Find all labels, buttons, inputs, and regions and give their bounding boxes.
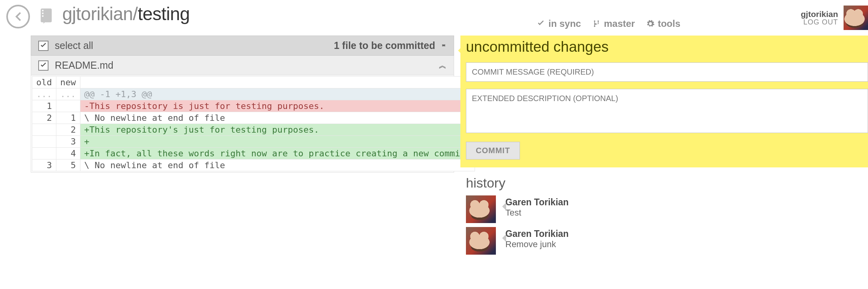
commit-summary: 1 file to be committed xyxy=(334,40,435,51)
diff-code: + xyxy=(80,136,475,148)
tab-sync[interactable]: in sync xyxy=(536,18,581,29)
tab-branch-label: master xyxy=(604,18,635,29)
commit-button[interactable]: COMMIT xyxy=(466,142,520,160)
diff-old-lineno xyxy=(32,136,56,148)
uncommitted-changes-panel: uncommitted changes COMMIT xyxy=(460,36,868,167)
commit-message-input[interactable] xyxy=(466,62,868,82)
diff-code: \ No newline at end of file xyxy=(80,112,475,124)
file-bar: README.md ︽ xyxy=(31,56,454,75)
path-separator: / xyxy=(133,4,138,24)
diff-line: 2+This repository's just for testing pur… xyxy=(32,124,475,136)
file-name: README.md xyxy=(55,60,114,71)
diff-old-lineno: 1 xyxy=(32,100,56,112)
select-all-label: select all xyxy=(55,40,93,51)
diff-header-new: new xyxy=(56,77,80,88)
history-author: Garen Torikian xyxy=(505,229,569,239)
file-checkbox[interactable] xyxy=(38,60,48,71)
repo-owner: gjtorikian xyxy=(62,4,133,24)
tab-tools[interactable]: tools xyxy=(646,18,680,29)
diff-line: 4+In fact, all these words right now are… xyxy=(32,148,475,160)
repo-path: gjtorikian/testing xyxy=(62,3,190,24)
chevron-up-icon: ⌃ xyxy=(441,46,447,49)
check-icon xyxy=(536,19,545,28)
diff-line: ......@@ -1 +1,3 @@ xyxy=(32,88,475,100)
collapse-file-toggle[interactable]: ︽ xyxy=(439,64,447,67)
diff-old-lineno xyxy=(32,148,56,160)
tab-sync-label: in sync xyxy=(548,18,581,29)
repo-name: testing xyxy=(138,4,190,24)
tab-tools-label: tools xyxy=(658,18,680,29)
commit-description-input[interactable] xyxy=(466,89,868,133)
history-item[interactable]: Garen TorikianRemove junk xyxy=(466,227,868,255)
diff-code: \ No newline at end of file xyxy=(80,160,475,171)
diff-new-lineno: 2 xyxy=(56,124,80,136)
diff-old-lineno: 3 xyxy=(32,160,56,171)
diff-view: old new ......@@ -1 +1,3 @@1-This reposi… xyxy=(31,75,454,173)
check-icon xyxy=(39,62,47,69)
diff-line: 1-This repository is just for testing pu… xyxy=(32,100,475,112)
diff-code: +This repository's just for testing purp… xyxy=(80,124,475,136)
current-user: gjtorikian xyxy=(801,9,838,19)
diff-line: 3+ xyxy=(32,136,475,148)
diff-new-lineno: 3 xyxy=(56,136,80,148)
avatar xyxy=(466,195,496,223)
back-button[interactable] xyxy=(6,5,30,28)
diff-old-lineno: ... xyxy=(32,88,56,100)
diff-header-old: old xyxy=(32,77,56,88)
history-title: history xyxy=(466,175,868,191)
diff-code: -This repository is just for testing pur… xyxy=(80,100,475,112)
check-icon xyxy=(39,42,47,50)
avatar xyxy=(466,227,496,255)
diff-code: @@ -1 +1,3 @@ xyxy=(80,88,475,100)
diff-line: 35\ No newline at end of file xyxy=(32,160,475,171)
avatar xyxy=(844,6,868,30)
user-badge[interactable]: gjtorikian LOG OUT xyxy=(801,6,868,30)
select-all-checkbox[interactable] xyxy=(38,41,48,51)
diff-new-lineno xyxy=(56,100,80,112)
history-message: Test xyxy=(505,208,569,218)
diff-new-lineno: 4 xyxy=(56,148,80,160)
double-chevron-up-icon: ︽ xyxy=(439,64,447,67)
repo-icon xyxy=(39,7,55,24)
history-item[interactable]: Garen TorikianTest xyxy=(466,195,868,223)
uncommitted-changes-title: uncommitted changes xyxy=(466,39,868,55)
diff-line: 21\ No newline at end of file xyxy=(32,112,475,124)
diff-new-lineno: 5 xyxy=(56,160,80,171)
collapse-all-toggle[interactable]: ⌄ ⌃ xyxy=(441,42,447,49)
branch-icon xyxy=(592,19,601,28)
history-author: Garen Torikian xyxy=(505,197,569,208)
history-message: Remove junk xyxy=(505,239,569,250)
tab-branch[interactable]: master xyxy=(592,18,635,29)
diff-new-lineno: ... xyxy=(56,88,80,100)
history-panel: history Garen TorikianTestGaren Torikian… xyxy=(460,175,868,255)
diff-old-lineno xyxy=(32,124,56,136)
diff-code: +In fact, all these words right now are … xyxy=(80,148,475,160)
arrow-left-icon xyxy=(11,10,25,23)
logout-link[interactable]: LOG OUT xyxy=(801,18,838,26)
gear-icon xyxy=(646,19,655,28)
diff-new-lineno: 1 xyxy=(56,112,80,124)
diff-old-lineno: 2 xyxy=(32,112,56,124)
select-all-bar: select all 1 file to be committed ⌄ ⌃ xyxy=(31,36,454,56)
